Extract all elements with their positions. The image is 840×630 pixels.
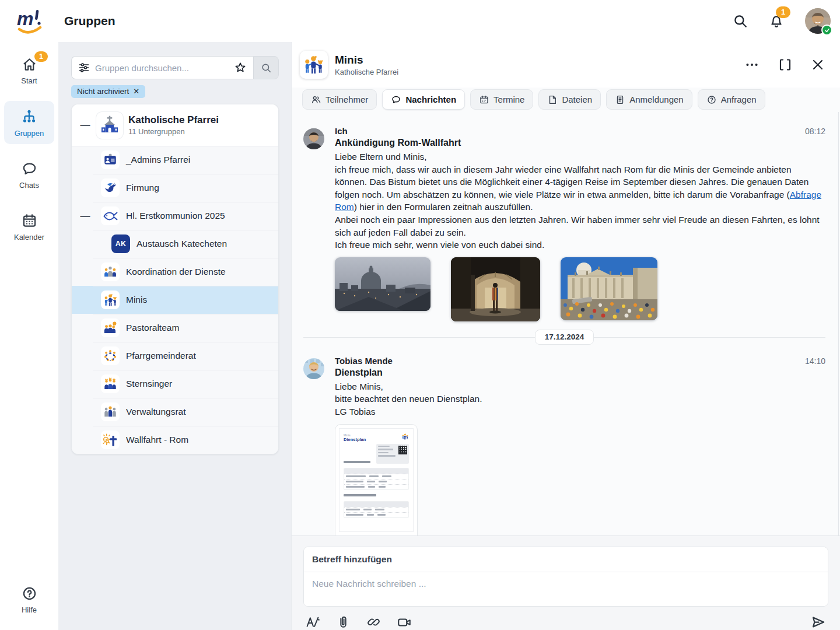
page-title: Gruppen [64, 14, 116, 28]
message-body: Ich 08:12 Ankündigung Rom-Wallfahrt Lieb… [335, 126, 825, 321]
message-body: Tobias Mende 14:10 Dienstplan Liebe Mini… [335, 356, 825, 536]
tab-nachrichten[interactable]: Nachrichten [382, 89, 465, 110]
more-menu-button[interactable] [744, 57, 760, 72]
tree-item-wallfahrt-rom[interactable]: Wallfahrt - Rom [72, 426, 278, 454]
tree-item-label: Pastoralteam [126, 323, 179, 333]
filter-chip-nicht-archiviert[interactable]: Nicht archiviert ✕ [71, 85, 145, 98]
topbar: m Gruppen 1 [0, 0, 840, 42]
tree-item-label: Minis [126, 295, 147, 305]
tab-teilnehmer[interactable]: Teilnehmer [302, 89, 377, 110]
tree-root-katholische-pfarrei[interactable]: — Katholische Pfarrei [72, 104, 278, 146]
attach-file-button[interactable] [336, 615, 351, 629]
start-badge: 1 [34, 51, 48, 62]
photo-attachments [335, 257, 825, 321]
composer [292, 536, 840, 630]
tree-item-admins-pfarrei[interactable]: _Admins Pfarrei [72, 146, 278, 174]
user-avatar[interactable] [805, 8, 831, 34]
family-icon [101, 290, 120, 309]
tree-item-koordination[interactable]: Koordination der Dienste [72, 258, 278, 286]
message-text: Liebe Eltern und Minis, ich freue mich, … [335, 150, 825, 251]
tree-item-pfarrgemeinderat[interactable]: Pfarrgemeinderat [72, 342, 278, 370]
notifications-button[interactable]: 1 [769, 13, 784, 29]
tab-termine[interactable]: Termine [470, 89, 533, 110]
message-input[interactable] [304, 572, 828, 606]
app-logo[interactable]: m [0, 5, 58, 37]
logo-icon: m [15, 5, 44, 37]
tab-anfragen[interactable]: Anfragen [698, 89, 765, 110]
doc-title: Dienstplan [344, 437, 409, 442]
tree-item-erstkommunion[interactable]: — Hl. Erstkommunion 2025 [72, 202, 278, 230]
insert-link-button[interactable] [366, 615, 381, 629]
participants-icon [311, 94, 321, 105]
tree-item-label: Firmung [126, 183, 159, 193]
filter-chip-close[interactable]: ✕ [133, 87, 139, 96]
compose-card [303, 547, 828, 607]
groups-search-input[interactable] [95, 63, 229, 73]
photo-rome-skyline-dusk[interactable] [335, 257, 430, 311]
collapse-toggle[interactable]: — [79, 120, 91, 130]
message-text: Liebe Minis, bitte beachtet den neuen Di… [335, 380, 825, 418]
message-list[interactable]: Ich 08:12 Ankündigung Rom-Wallfahrt Lieb… [292, 112, 839, 536]
rail-item-start[interactable]: Start 1 [4, 49, 54, 92]
fish-ichthys-icon [101, 206, 120, 225]
tree-item-austausch-katecheten[interactable]: AK Austausch Katecheten [72, 230, 278, 258]
board-members-icon [101, 402, 120, 421]
tree-item-pastoralteam[interactable]: Pastoralteam [72, 314, 278, 342]
group-tabs: Teilnehmer Nachrichten Termine Datei [292, 88, 840, 112]
format-text-button[interactable] [306, 615, 320, 629]
attachment-dienstplan-pdf[interactable]: Minis Dienstplan [335, 424, 418, 536]
tree-item-firmung[interactable]: Firmung [72, 174, 278, 202]
rail-item-kalender[interactable]: Kalender [4, 205, 54, 248]
photo-swiss-guard-archway[interactable] [451, 257, 540, 321]
collapse-toggle[interactable]: — [79, 211, 91, 221]
filter-chip-label: Nicht archiviert [77, 87, 129, 96]
paragraph: Liebe Minis, [335, 382, 383, 391]
message-rom-wallfahrt: Ich 08:12 Ankündigung Rom-Wallfahrt Lieb… [303, 126, 825, 321]
video-button[interactable] [397, 615, 412, 630]
link-icon [366, 615, 381, 629]
avatar-tobias-mende [303, 358, 324, 379]
close-panel-button[interactable] [811, 58, 825, 72]
search-icon [733, 13, 748, 29]
expand-button[interactable] [778, 58, 792, 72]
tree-item-verwaltungsrat[interactable]: Verwaltungsrat [72, 398, 278, 426]
groups-search-submit[interactable] [253, 56, 279, 79]
send-button[interactable] [810, 614, 826, 630]
rail-item-hilfe[interactable]: Hilfe [4, 578, 54, 621]
tree-item-sternsinger[interactable]: Sternsinger [72, 370, 278, 398]
tree-item-label: Verwaltungsrat [126, 407, 186, 417]
sun-cross-icon [101, 430, 120, 449]
help-icon [22, 586, 37, 601]
subject-input[interactable] [304, 547, 828, 572]
filter-sliders-icon[interactable] [78, 62, 90, 74]
rail-item-chats[interactable]: Chats [4, 153, 54, 196]
global-search-button[interactable] [733, 13, 748, 29]
groups-tree-icon [21, 108, 37, 125]
family-icon [401, 433, 409, 440]
carol-singers-crowns-icon [101, 374, 120, 393]
paragraph: bitte beachtet den neuen Dienstplan. [335, 394, 482, 404]
doc-table-2 [344, 501, 409, 518]
rail-item-label: Hilfe [22, 606, 37, 614]
tab-label: Anmeldungen [629, 94, 684, 104]
pastoral-team-icon [101, 318, 120, 337]
check-icon [824, 27, 830, 33]
rail-item-gruppen[interactable]: Gruppen [4, 101, 54, 144]
group-detail-panel: Minis Katholische Pfarrei [292, 42, 840, 630]
photo-st-peters-square-crowd[interactable] [561, 257, 657, 320]
tab-dateien[interactable]: Dateien [538, 89, 601, 110]
favorites-filter-button[interactable] [234, 61, 247, 74]
groups-sidebar: Nicht archiviert ✕ — [58, 42, 292, 630]
tab-label: Teilnehmer [326, 94, 368, 104]
tree-item-label: Koordination der Dienste [126, 267, 226, 277]
compose-toolbar [303, 607, 828, 630]
message-sender: Ich [335, 126, 348, 136]
tree-item-label: Wallfahrt - Rom [126, 435, 188, 445]
online-status-badge [821, 24, 832, 36]
group-name: Katholische Pfarrei [128, 114, 219, 126]
format-text-icon [306, 615, 320, 629]
expand-brackets-icon [778, 58, 792, 72]
message-sender: Tobias Mende [335, 356, 393, 366]
tab-anmeldungen[interactable]: Anmeldungen [606, 89, 692, 110]
tree-item-minis[interactable]: Minis [72, 286, 278, 314]
